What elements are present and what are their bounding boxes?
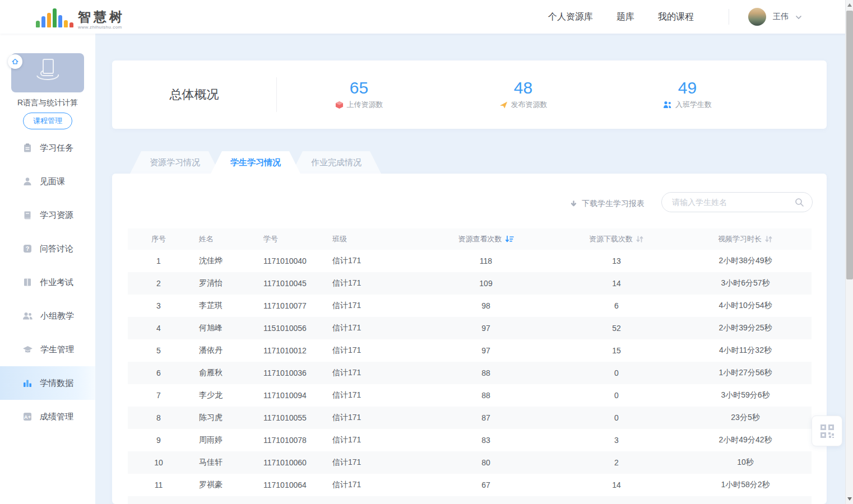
sidebar-item-homework-exam[interactable]: 作业考试: [0, 265, 95, 299]
col-header-name: 姓名: [189, 234, 257, 244]
sidebar-item-learning-resources[interactable]: 学习资源: [0, 198, 95, 232]
scrollbar-down-arrow[interactable]: [847, 497, 852, 501]
user-name: 王伟: [773, 12, 789, 22]
col-header-resource-downloads[interactable]: 资源下载次数: [554, 234, 679, 244]
home-icon: [11, 58, 19, 66]
person-icon: [22, 176, 33, 186]
stat-value: 48: [514, 80, 532, 96]
svg-text:?: ?: [26, 245, 29, 252]
sidebar-item-student-management[interactable]: 学生管理: [0, 333, 95, 366]
table-row: 5潘依丹1171010012信计17197154小时11分32秒: [128, 339, 812, 362]
stat-value: 49: [678, 80, 697, 96]
sidebar-menu: 学习任务 见面课 学习资源 ? 问答讨论: [0, 131, 95, 433]
user-menu[interactable]: 王伟: [748, 0, 802, 34]
qr-code-icon: [819, 423, 836, 440]
download-report-link[interactable]: 下载学生学习报表: [569, 199, 645, 209]
vertical-scrollbar: [845, 0, 853, 504]
student-search: [661, 192, 813, 212]
cube-icon: [335, 101, 344, 109]
graduation-cap-icon: [22, 344, 33, 354]
sidebar-item-qa-discussion[interactable]: ? 问答讨论: [0, 232, 95, 265]
chevron-down-icon[interactable]: [795, 15, 802, 20]
course-manage-button[interactable]: 课程管理: [23, 113, 72, 129]
sidebar-item-grade-management[interactable]: A+ 成绩管理: [0, 400, 95, 433]
tab-student-learning[interactable]: 学生学习情况: [211, 151, 300, 174]
stat-value: 65: [350, 80, 368, 96]
tab-homework-completion[interactable]: 作业完成情况: [291, 151, 381, 174]
students-icon: [663, 101, 672, 109]
nav-personal-resources[interactable]: 个人资源库: [548, 11, 593, 23]
qr-code-button[interactable]: [812, 416, 842, 446]
student-learning-panel: 下载学生学习报表 序号 姓名 学号 班级 资源查看次数: [112, 174, 827, 504]
sidebar-item-meeting-class[interactable]: 见面课: [0, 165, 95, 198]
course-book-icon: [30, 57, 66, 89]
page: 智慧树 www.zhihuishu.com 个人资源库 题库 我的课程 王伟: [0, 0, 853, 504]
search-icon[interactable]: [795, 198, 804, 207]
home-button[interactable]: [8, 54, 22, 69]
sidebar-item-label: 作业考试: [40, 277, 73, 288]
book-icon: [22, 210, 33, 220]
table-row: 10马佳轩1171010060信计17180210秒: [128, 451, 812, 474]
table-row: 1沈佳烨1171010040信计171118132小时38分49秒: [128, 250, 812, 272]
col-header-video-duration[interactable]: 视频学习时长: [679, 234, 812, 244]
sidebar-item-label: 学生管理: [40, 344, 74, 355]
logo-title: 智慧树: [78, 11, 125, 24]
table-row: 2罗清怡1171010045信计171109143小时6分57秒: [128, 272, 812, 295]
student-learning-table: 序号 姓名 学号 班级 资源查看次数 资源下载次数: [128, 228, 812, 504]
table-row: 4何旭峰1151010056信计17197522小时39分25秒: [128, 317, 812, 339]
stat-label: 发布资源数: [511, 100, 548, 110]
download-icon: [569, 200, 578, 208]
stat-published-resources: 48 发布资源数: [441, 60, 605, 129]
sort-desc-active-icon[interactable]: [505, 235, 514, 243]
sidebar-item-label: 学习任务: [40, 143, 73, 153]
table-row: 11罗祺豪1171010064信计17167141小时58分2秒: [128, 474, 812, 496]
stat-label: 上传资源数: [347, 100, 383, 110]
sidebar-item-label: 小组教学: [40, 311, 74, 321]
table-row: 8陈习虎1171010055信计17187023分5秒: [128, 407, 812, 429]
svg-text:A+: A+: [24, 414, 31, 420]
tab-resource-learning[interactable]: 资源学习情况: [130, 151, 220, 174]
nav-my-courses[interactable]: 我的课程: [658, 11, 694, 23]
table-header-row: 序号 姓名 学号 班级 资源查看次数 资源下载次数: [128, 228, 812, 250]
avatar[interactable]: [748, 8, 766, 26]
overview-title: 总体概况: [170, 86, 219, 103]
table-row: 3李芷琪1171010077信计1719864小时10分54秒: [128, 295, 812, 317]
sort-updown-icon[interactable]: [636, 235, 644, 243]
scrollbar-up-arrow[interactable]: [847, 3, 852, 7]
download-report-label: 下载学生学习报表: [582, 199, 645, 209]
top-navbar: 智慧树 www.zhihuishu.com 个人资源库 题库 我的课程 王伟: [0, 0, 853, 34]
sidebar: R语言与统计计算 课程管理 学习任务 见面课: [0, 34, 95, 504]
sidebar-item-group-teaching[interactable]: 小组教学: [0, 299, 95, 333]
search-input[interactable]: [672, 198, 795, 207]
zhihuishu-logo[interactable]: 智慧树 www.zhihuishu.com: [36, 5, 125, 30]
overview-card: 总体概况 65 上传资源数 48: [112, 60, 827, 129]
stat-label: 入班学生数: [675, 100, 712, 110]
sidebar-item-label: 学习资源: [40, 210, 73, 221]
sort-updown-icon[interactable]: [764, 235, 773, 243]
course-card[interactable]: [11, 53, 84, 92]
logo-bars-icon: [36, 8, 73, 27]
question-icon: ?: [22, 244, 33, 254]
clipboard-icon: [22, 143, 33, 153]
table-row-partial: [128, 496, 812, 504]
table-row: 9周雨婷1171010078信计1718332小时49分42秒: [128, 429, 812, 451]
sidebar-item-label: 成绩管理: [40, 412, 73, 422]
open-book-icon: [22, 277, 33, 287]
tab-bar: 资源学习情况 学生学习情况 作业完成情况: [130, 151, 372, 174]
col-header-index: 序号: [128, 234, 189, 244]
sidebar-item-label: 见面课: [40, 176, 65, 187]
stat-enrolled-students: 49 入班学生数: [605, 60, 769, 129]
top-nav-links: 个人资源库 题库 我的课程: [548, 0, 694, 34]
sidebar-item-learning-tasks[interactable]: 学习任务: [0, 131, 95, 165]
sidebar-item-label: 学情数据: [40, 378, 73, 389]
sidebar-item-learning-data[interactable]: 学情数据: [0, 366, 95, 400]
scrollbar-thumb[interactable]: [846, 11, 853, 279]
col-header-student-id: 学号: [257, 234, 327, 244]
users-icon: [22, 311, 33, 321]
table-row: 6俞雁秋1171010036信计1718801小时27分56秒: [128, 362, 812, 384]
stat-uploaded-resources: 65 上传资源数: [277, 60, 441, 129]
col-header-resource-views[interactable]: 资源查看次数: [418, 234, 554, 244]
col-header-class: 班级: [327, 234, 418, 244]
bar-chart-icon: [22, 378, 33, 388]
nav-question-bank[interactable]: 题库: [616, 11, 634, 23]
